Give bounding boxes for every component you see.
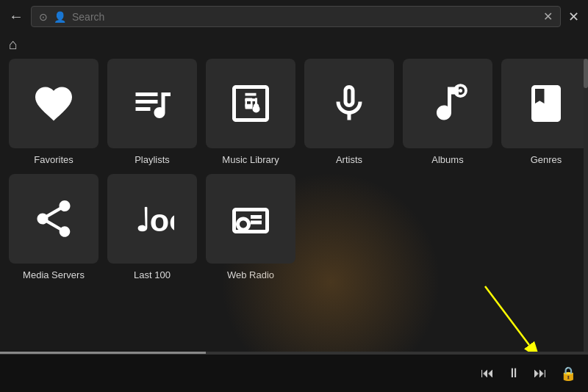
home-button[interactable]: ⌂ bbox=[9, 36, 18, 53]
next-button[interactable]: ⏭ bbox=[534, 366, 547, 381]
player-controls: ⏮ ⏸ ⏭ 🔒 bbox=[481, 366, 576, 382]
heart-icon bbox=[32, 81, 76, 126]
music-library-icon bbox=[229, 81, 273, 126]
svg-line-6 bbox=[485, 286, 529, 345]
microphone-icon bbox=[327, 81, 371, 126]
person-icon: 👤 bbox=[54, 11, 66, 23]
media-servers-label: Media Servers bbox=[23, 269, 85, 280]
player-bar: ⏮ ⏸ ⏭ 🔒 bbox=[0, 354, 588, 392]
grid-item-web-radio[interactable]: Web Radio bbox=[206, 174, 295, 280]
genres-tile[interactable] bbox=[501, 59, 588, 148]
favorites-tile[interactable] bbox=[9, 59, 98, 148]
scrollbar[interactable] bbox=[584, 59, 588, 352]
grid-row-1: Favorites Playlists bbox=[9, 59, 579, 165]
media-servers-icon bbox=[32, 197, 76, 241]
grid-container: Favorites Playlists bbox=[0, 59, 588, 280]
playlists-label: Playlists bbox=[135, 154, 170, 165]
window-close-button[interactable]: ✕ bbox=[568, 9, 579, 25]
search-input[interactable] bbox=[72, 11, 537, 23]
artists-label: Artists bbox=[336, 154, 362, 165]
music-library-tile[interactable] bbox=[206, 59, 295, 148]
clear-search-button[interactable]: ✕ bbox=[543, 10, 553, 23]
search-bar: ⊙ 👤 ✕ bbox=[31, 6, 561, 27]
grid-item-genres[interactable]: Genres bbox=[501, 59, 588, 165]
web-radio-icon bbox=[229, 197, 273, 241]
lock-button[interactable]: 🔒 bbox=[560, 366, 576, 382]
grid-item-playlists[interactable]: Playlists bbox=[107, 59, 197, 165]
grid-item-favorites[interactable]: Favorites bbox=[9, 59, 98, 165]
playlists-tile[interactable] bbox=[107, 59, 197, 148]
albums-tile[interactable] bbox=[403, 59, 492, 148]
favorites-label: Favorites bbox=[34, 154, 73, 165]
back-button[interactable]: ← bbox=[9, 8, 24, 25]
svg-text:♩oo: ♩oo bbox=[135, 203, 174, 238]
albums-icon bbox=[426, 81, 470, 126]
svg-point-3 bbox=[459, 89, 462, 92]
prev-button[interactable]: ⏮ bbox=[481, 366, 494, 381]
pause-button[interactable]: ⏸ bbox=[507, 366, 520, 381]
top-bar: ← ⊙ 👤 ✕ ✕ bbox=[0, 0, 588, 33]
grid-item-media-servers[interactable]: Media Servers bbox=[9, 174, 98, 280]
web-radio-label: Web Radio bbox=[227, 269, 274, 280]
genres-label: Genres bbox=[531, 154, 562, 165]
music-library-label: Music Library bbox=[222, 154, 279, 165]
grid-row-2: Media Servers ♩oo Last 100 Web Radio bbox=[9, 174, 579, 280]
albums-label: Albums bbox=[431, 154, 463, 165]
grid-item-artists[interactable]: Artists bbox=[304, 59, 394, 165]
playlists-icon bbox=[130, 81, 174, 126]
last-100-icon: ♩oo bbox=[130, 197, 174, 241]
genres-icon bbox=[524, 81, 568, 126]
scrollbar-thumb[interactable] bbox=[584, 59, 588, 88]
web-radio-tile[interactable] bbox=[206, 174, 295, 264]
grid-item-last-100[interactable]: ♩oo Last 100 bbox=[107, 174, 197, 280]
last-100-label: Last 100 bbox=[134, 269, 171, 280]
home-row: ⌂ bbox=[0, 33, 588, 59]
media-servers-tile[interactable] bbox=[9, 174, 98, 264]
grid-item-albums[interactable]: Albums bbox=[403, 59, 492, 165]
artists-tile[interactable] bbox=[304, 59, 394, 148]
toggle-icon: ⊙ bbox=[39, 11, 48, 23]
last-100-tile[interactable]: ♩oo bbox=[107, 174, 197, 264]
grid-item-music-library[interactable]: Music Library bbox=[206, 59, 295, 165]
